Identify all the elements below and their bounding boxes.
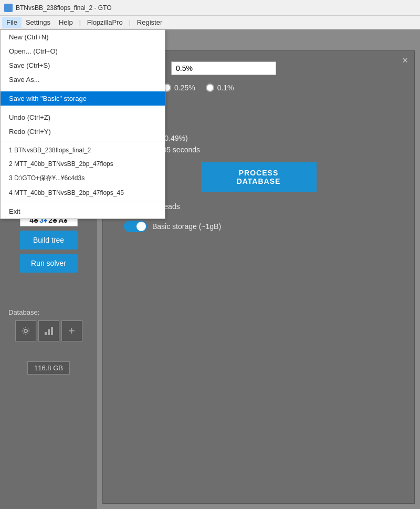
separator-2: | (127, 19, 133, 26)
radio-circle-0.1 (206, 84, 214, 92)
title-bar: BTNvsBB_238flops_final_2 - GTO (0, 0, 420, 16)
menu-recent-3[interactable]: 3 D:\GTO+保存¥...¥6c4d3s (1, 171, 165, 186)
svg-rect-1 (45, 332, 47, 335)
db-add-button[interactable]: + (61, 320, 82, 341)
menu-flopzillapro[interactable]: FlopzillaPro (83, 17, 127, 28)
dialog-close-button[interactable]: × (402, 55, 408, 66)
toggle-knob (136, 222, 146, 231)
divider-4 (1, 202, 165, 202)
gear-icon (20, 326, 31, 336)
chart-icon (44, 326, 54, 336)
process-database-button[interactable]: PROCESS DATABASE (201, 162, 317, 192)
menu-file[interactable]: File (2, 17, 22, 28)
divider-1 (1, 89, 165, 89)
radio-option-0.25[interactable]: 0.25% (163, 84, 195, 92)
menu-register[interactable]: Register (133, 17, 166, 28)
threads-row: threads (124, 200, 404, 212)
storage-size-badge: 116.8 GB (27, 361, 70, 375)
menu-new[interactable]: New (Ctrl+N) (1, 30, 165, 44)
radio-group: 0.5% 0.25% 0.1% (124, 84, 404, 92)
menu-savebasic[interactable]: Save with "Basic" storage (1, 91, 165, 106)
basic-storage-label: Basic storage (~1gB) (152, 222, 221, 231)
menu-settings[interactable]: Settings (22, 17, 55, 28)
menu-saveas[interactable]: Save As... (1, 72, 165, 87)
stats-line-2: Time: 9992.05 seconds (124, 146, 404, 154)
menu-recent-2[interactable]: 2 MTT_40bb_BTNvsBB_2bp_47flops (1, 157, 165, 171)
database-buttons: + (15, 320, 82, 341)
target-dev-input[interactable] (171, 61, 276, 75)
menu-recent-4[interactable]: 4 MTT_40bb_BTNvsBB_2bp_47flops_45 (1, 186, 165, 200)
stats-line-1: dEV: 0.268 (0.49%) (124, 134, 404, 142)
divider-3 (1, 141, 165, 141)
file-dropdown-menu: New (Ctrl+N) Open... (Ctrl+O) Save (Ctrl… (0, 29, 165, 219)
svg-point-0 (24, 329, 27, 333)
menu-open[interactable]: Open... (Ctrl+O) (1, 44, 165, 58)
radio-option-0.1[interactable]: 0.1% (206, 84, 234, 92)
svg-rect-3 (51, 327, 53, 335)
db-chart-button[interactable] (38, 320, 59, 341)
divider-2 (1, 108, 165, 108)
menu-help[interactable]: Help (55, 17, 77, 28)
separator-1: | (77, 19, 83, 26)
build-tree-button[interactable]: Build tree (20, 231, 78, 250)
svg-rect-2 (48, 329, 50, 335)
toggle-row: Basic storage (~1gB) (124, 221, 404, 232)
db-settings-button[interactable] (15, 320, 36, 341)
menu-bar: File Settings Help | FlopzillaPro | Regi… (0, 16, 420, 29)
menu-redo[interactable]: Redo (Ctrl+Y) (1, 124, 165, 139)
plus-icon: + (68, 325, 75, 337)
basic-storage-toggle[interactable] (124, 221, 147, 232)
database-label: Database: (8, 308, 39, 316)
app-icon (4, 4, 13, 12)
menu-exit[interactable]: Exit (1, 204, 165, 219)
menu-save[interactable]: Save (Ctrl+S) (1, 58, 165, 72)
title-text: BTNvsBB_238flops_final_2 - GTO (16, 4, 112, 12)
run-solver-button[interactable]: Run solver (20, 254, 78, 273)
menu-undo[interactable]: Undo (Ctrl+Z) (1, 110, 165, 124)
menu-recent-1[interactable]: 1 BTNvsBB_238flops_final_2 (1, 143, 165, 157)
